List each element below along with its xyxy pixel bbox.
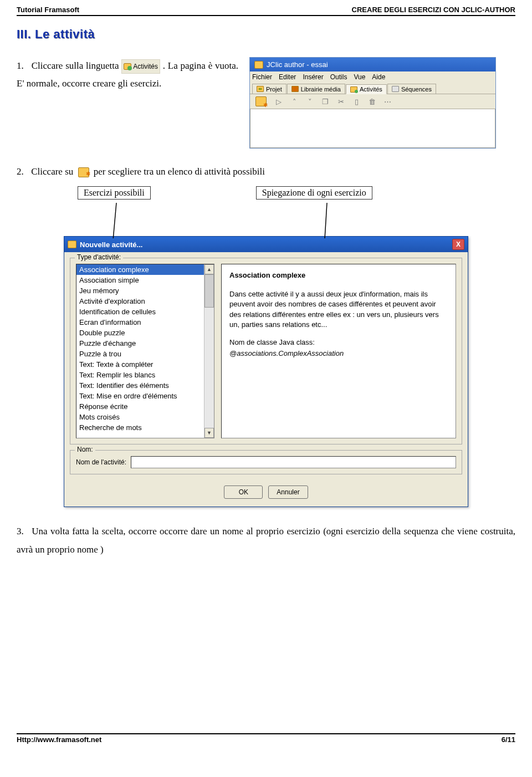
callouts: Esercizi possibili Spiegazione di ogni e… xyxy=(78,186,515,200)
paste-icon[interactable]: ▯ xyxy=(351,96,362,106)
desc-classname: @associations.ComplexAssociation xyxy=(229,349,448,359)
close-icon: X xyxy=(456,241,461,248)
list-item[interactable]: Text: Identifier des éléments xyxy=(76,380,204,391)
copy-icon[interactable]: ❐ xyxy=(320,96,331,106)
desc-title: Association complexe xyxy=(229,271,448,279)
dialog-app-icon xyxy=(68,241,76,248)
list-item[interactable]: Jeu mémory xyxy=(76,285,204,296)
list-item[interactable]: Puzzle à trou xyxy=(76,349,204,359)
menu-outils[interactable]: Outils xyxy=(330,73,347,81)
dialog-title: Nouvelle activité... xyxy=(80,241,142,249)
step2-before: Cliccare su xyxy=(31,166,73,177)
activites-icon xyxy=(350,86,357,93)
footer-right: 6/11 xyxy=(502,735,515,744)
list-item[interactable]: Réponse écrite xyxy=(76,401,204,412)
desc-paragraph: Dans cette activité il y a aussi deux je… xyxy=(229,289,448,330)
callout-explanation: Spiegazione di ogni esercizio xyxy=(256,186,372,200)
tab-librairie[interactable]: Librairie média xyxy=(287,84,345,94)
dialog-buttons: OK Annuler xyxy=(64,480,468,507)
list-scrollbar[interactable]: ▲ ▼ xyxy=(204,264,214,438)
jclic-titlebar: JClic author - essai xyxy=(250,58,495,71)
menu-editer[interactable]: Editer xyxy=(279,73,296,81)
activity-name-input[interactable] xyxy=(131,456,456,468)
projet-icon xyxy=(257,86,264,92)
up-icon[interactable]: ˄ xyxy=(289,96,300,106)
type-legend: Type d'activité: xyxy=(75,253,123,261)
tab-activites[interactable]: Activités xyxy=(346,84,387,94)
new-activity-inline-icon xyxy=(78,167,89,177)
activites-tab-icon: Activités xyxy=(121,59,160,74)
step3-num: 3. xyxy=(17,523,29,540)
new-activity-icon[interactable] xyxy=(255,96,267,106)
down-icon[interactable]: ˅ xyxy=(304,96,315,106)
step2-after: per scegliere tra un elenco di attività … xyxy=(94,166,265,177)
activites-label: Activités xyxy=(133,60,158,73)
callout-exercises: Esercizi possibili xyxy=(78,186,151,200)
tabs-row: Projet Librairie média Activités Séquenc… xyxy=(250,83,495,94)
page-header: Tutorial Framasoft CREARE DEGLI ESERCIZI… xyxy=(17,6,515,16)
folder-icon xyxy=(124,63,131,70)
tab-projet-label: Projet xyxy=(266,86,282,93)
step2-num: 2. xyxy=(17,163,29,181)
close-button[interactable]: X xyxy=(452,239,464,250)
activity-type-list[interactable]: Association complexe Association simple … xyxy=(76,264,214,438)
jclic-title: JClic author - essai xyxy=(267,60,328,69)
scroll-down-icon[interactable]: ▼ xyxy=(204,428,214,438)
header-right: CREARE DEGLI ESERCIZI CON JCLIC-AUTHOR xyxy=(352,6,515,14)
tab-librairie-label: Librairie média xyxy=(301,86,341,93)
list-item[interactable]: Puzzle d'échange xyxy=(76,338,204,349)
list-item[interactable]: Recherche de mots xyxy=(76,422,204,433)
cancel-button[interactable]: Annuler xyxy=(268,485,308,499)
toolbar: ▷ ˄ ˅ ❐ ✂ ▯ 🗑 ⋯ xyxy=(250,94,495,109)
step1-num: 1. xyxy=(17,57,29,75)
tab-sequences[interactable]: Séquences xyxy=(387,84,436,94)
list-item[interactable]: Association complexe xyxy=(76,264,204,275)
step1-row: 1. Cliccare sulla linguetta Activités . … xyxy=(17,57,515,149)
step1-text: 1. Cliccare sulla linguetta Activités . … xyxy=(17,57,238,93)
list-item[interactable]: Identification de cellules xyxy=(76,306,204,317)
svg-line-1 xyxy=(321,203,327,238)
tab-sequences-label: Séquences xyxy=(401,86,432,93)
tab-projet[interactable]: Projet xyxy=(252,84,287,94)
list-item[interactable]: Text: Mise en ordre d'éléments xyxy=(76,391,204,401)
footer-left: Http://www.framasoft.net xyxy=(17,735,101,744)
desc-classlabel: Nom de classe Java class: xyxy=(229,338,448,347)
svg-line-0 xyxy=(111,203,116,238)
activity-canvas xyxy=(250,109,495,148)
step3-body: Una volta fatta la scelta, occorre occor… xyxy=(17,526,515,554)
menu-fichier[interactable]: Fichier xyxy=(252,73,272,81)
step3-text: 3. Una volta fatta la scelta, occorre oc… xyxy=(17,523,515,559)
delete-icon[interactable]: 🗑 xyxy=(366,96,377,106)
scroll-up-icon[interactable]: ▲ xyxy=(204,264,214,274)
cancel-label: Annuler xyxy=(277,488,299,496)
menu-vue[interactable]: Vue xyxy=(354,73,365,81)
ok-button[interactable]: OK xyxy=(224,485,263,499)
dialog-titlebar: Nouvelle activité... X xyxy=(64,237,468,252)
list-item[interactable]: Association simple xyxy=(76,275,204,285)
menu-inserer[interactable]: Insérer xyxy=(303,73,323,81)
section-title: III. Le attività xyxy=(17,27,515,42)
arrow-lines xyxy=(17,200,515,238)
tab-activites-label: Activités xyxy=(360,86,382,93)
header-left: Tutorial Framasoft xyxy=(17,6,79,14)
nom-label: Nom de l'activité: xyxy=(76,458,126,466)
description-panel: Association complexe Dans cette activité… xyxy=(221,264,456,438)
list-item[interactable]: Mots croisés xyxy=(76,412,204,422)
list-item[interactable]: Text: Texte à compléter xyxy=(76,359,204,370)
list-item[interactable]: Activité d'exploration xyxy=(76,296,204,306)
jclic-window: JClic author - essai Fichier Editer Insé… xyxy=(249,57,496,149)
cut-icon[interactable]: ✂ xyxy=(335,96,346,106)
type-group: Type d'activité: Association complexe As… xyxy=(70,258,462,444)
list-item[interactable]: Ecran d'information xyxy=(76,317,204,328)
librairie-icon xyxy=(291,86,299,92)
nom-group: Nom: Nom de l'activité: xyxy=(70,450,462,474)
list-item[interactable]: Text: Remplir les blancs xyxy=(76,370,204,380)
ok-label: OK xyxy=(239,488,248,496)
menu-aide[interactable]: Aide xyxy=(372,73,385,81)
app-icon xyxy=(254,61,263,69)
scroll-thumb[interactable] xyxy=(204,274,214,308)
sequences-icon xyxy=(392,86,399,92)
props-icon[interactable]: ⋯ xyxy=(382,96,393,106)
play-icon[interactable]: ▷ xyxy=(273,96,284,106)
list-item[interactable]: Double puzzle xyxy=(76,328,204,338)
